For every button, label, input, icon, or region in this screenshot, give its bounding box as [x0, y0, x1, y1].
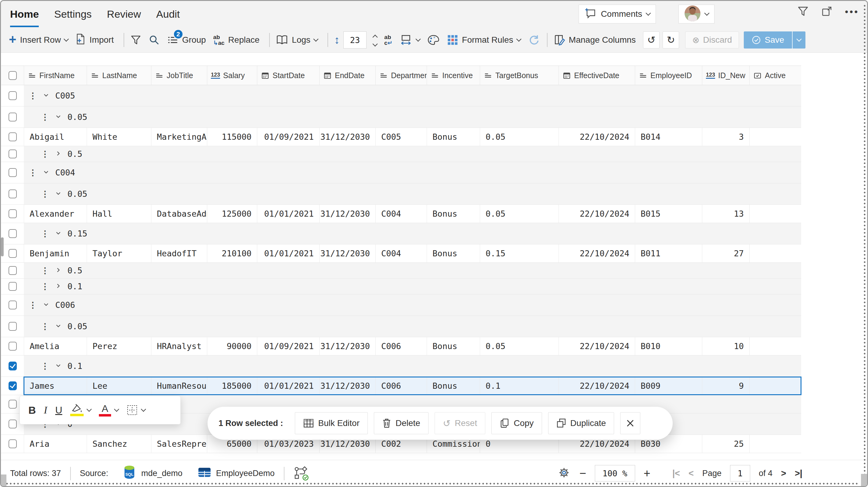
cell-DepartmentID[interactable]: C004 — [375, 205, 427, 223]
cell-LastName[interactable]: White — [87, 128, 151, 146]
insert-row-button[interactable]: + Insert Row — [9, 34, 68, 46]
cell-Salary[interactable]: 90000 — [207, 337, 257, 355]
user-menu[interactable] — [679, 5, 714, 24]
row-menu-icon[interactable]: ⋮ — [41, 189, 49, 199]
cell-StartDate[interactable]: 01/01/2021 — [257, 377, 319, 395]
vertical-scrollbar[interactable] — [863, 4, 866, 476]
group-button[interactable]: 2 Group — [167, 34, 206, 45]
row-checkbox[interactable] — [8, 91, 17, 100]
cell-JobTitle[interactable]: SalesReprese — [151, 435, 207, 453]
format-rules-button[interactable]: Format Rules — [447, 34, 521, 46]
cell-FirstName[interactable]: Aria — [24, 435, 87, 453]
row-checkbox[interactable] — [8, 322, 17, 331]
cell-TargetBonus[interactable]: 0.05 — [480, 337, 559, 355]
cell-FirstName[interactable]: Amelia — [24, 337, 87, 355]
row-menu-icon[interactable]: ⋮ — [29, 91, 37, 101]
cell-FirstName[interactable]: Abigail — [24, 128, 87, 146]
row-checkbox[interactable] — [8, 190, 17, 198]
group-row[interactable]: ⋮0.5 — [1, 263, 801, 279]
group-row[interactable]: ⋮0.05 — [1, 106, 801, 128]
cell-Salary[interactable]: 210100 — [207, 245, 257, 262]
cell-FirstName[interactable]: James — [24, 377, 87, 395]
row-menu-icon[interactable]: ⋮ — [41, 322, 49, 331]
discard-button[interactable]: ⊗ Discard — [685, 31, 739, 48]
last-page-button[interactable]: >| — [795, 468, 802, 479]
manage-columns-button[interactable]: Manage Columns — [554, 34, 636, 46]
cell-EmployeeID[interactable]: B015 — [635, 205, 702, 223]
cell-Incentive[interactable]: Bonus — [427, 128, 480, 146]
row-checkbox[interactable] — [8, 300, 17, 310]
cell-EndDate[interactable]: 31/12/2030 — [319, 337, 375, 355]
row-checkbox[interactable] — [8, 382, 17, 390]
expand-group-icon[interactable] — [55, 150, 62, 158]
replace-button[interactable]: ab↳ac Replace — [213, 34, 260, 46]
row-checkbox[interactable] — [8, 229, 17, 238]
previous-page-button[interactable]: < — [688, 468, 694, 479]
table-row[interactable]: JamesLeeHumanResou18500001/01/202131/12/… — [1, 377, 801, 395]
row-height-input[interactable]: 23 — [343, 31, 367, 48]
comments-button[interactable]: Comments — [579, 5, 656, 24]
source-database-name[interactable]: mde_demo — [141, 469, 183, 478]
column-header-DepartmentID[interactable]: DepartmentID — [375, 66, 427, 85]
cell-ID_New[interactable]: 13 — [702, 205, 749, 223]
close-selection-button[interactable] — [620, 412, 640, 434]
group-row[interactable]: ⋮0.05 — [1, 316, 801, 337]
logs-button[interactable]: Logs — [276, 35, 318, 45]
column-header-FirstName[interactable]: FirstName — [24, 66, 87, 85]
column-header-EndDate[interactable]: EndDate — [319, 66, 375, 85]
tab-settings[interactable]: Settings — [54, 1, 92, 27]
cell-Salary[interactable]: 125000 — [207, 205, 257, 223]
collapse-group-icon[interactable] — [55, 322, 62, 331]
table-row[interactable]: AmeliaPerezHRAnalyst9000001/09/202131/12… — [1, 337, 801, 356]
cell-EffectiveDate[interactable]: 22/10/2024 — [559, 337, 635, 355]
borders-button[interactable] — [126, 404, 145, 416]
tab-home[interactable]: Home — [10, 1, 39, 27]
zoom-level-input[interactable]: 100 % — [595, 465, 635, 482]
cell-JobTitle[interactable]: HeadofIT — [151, 245, 207, 262]
cell-EndDate[interactable]: 31/12/2030 — [319, 245, 375, 262]
cell-Active[interactable] — [749, 128, 801, 146]
cell-DepartmentID[interactable]: C005 — [375, 128, 427, 146]
column-header-StartDate[interactable]: StartDate — [257, 66, 319, 85]
cell-Incentive[interactable]: Bonus — [427, 205, 480, 223]
cell-EndDate[interactable]: 31/12/2030 — [319, 205, 375, 223]
group-row[interactable]: ⋮C004 — [1, 162, 801, 184]
underline-button[interactable]: U — [55, 404, 62, 416]
reset-button[interactable]: ↺ Reset — [435, 412, 485, 434]
column-header-JobTitle[interactable]: JobTitle — [151, 66, 207, 85]
column-header-ID_New[interactable]: 123ID_New — [702, 66, 749, 85]
group-row[interactable]: ⋮0.15 — [1, 223, 801, 245]
italic-button[interactable]: I — [44, 404, 47, 416]
row-checkbox[interactable] — [8, 150, 17, 158]
copy-button[interactable]: Copy — [491, 412, 542, 434]
cell-LastName[interactable]: Hall — [87, 205, 151, 223]
duplicate-button[interactable]: Duplicate — [548, 412, 614, 434]
collapse-group-icon[interactable] — [42, 301, 50, 310]
row-menu-icon[interactable]: ⋮ — [41, 282, 49, 291]
bold-button[interactable]: B — [28, 404, 36, 416]
column-width-button[interactable] — [400, 34, 420, 46]
cell-Active[interactable] — [749, 205, 801, 223]
first-page-button[interactable]: |< — [672, 468, 680, 479]
cell-ID_New[interactable]: 3 — [702, 128, 749, 146]
settings-gear-icon[interactable] — [557, 466, 571, 481]
cell-EndDate[interactable]: 31/12/2030 — [319, 128, 375, 146]
cell-EndDate[interactable]: 31/12/2030 — [319, 377, 375, 395]
table-row[interactable]: AlexanderHallDatabaseAdm12500001/01/2021… — [1, 205, 801, 223]
cell-Salary[interactable]: 185000 — [207, 377, 257, 395]
cell-TargetBonus[interactable]: 0.15 — [480, 245, 559, 262]
row-checkbox[interactable] — [8, 132, 17, 141]
cell-Salary[interactable]: 115000 — [207, 128, 257, 146]
collapse-group-icon[interactable] — [55, 190, 62, 198]
group-row[interactable]: ⋮0.05 — [1, 184, 801, 205]
collapse-group-icon[interactable] — [55, 113, 62, 122]
table-row[interactable]: AbigailWhiteMarketingAna11500001/09/2021… — [1, 128, 801, 146]
expand-icon[interactable] — [821, 5, 833, 18]
cell-EmployeeID[interactable]: B009 — [635, 377, 702, 395]
select-all-cell[interactable] — [1, 66, 24, 85]
cell-Active[interactable] — [749, 245, 801, 262]
column-header-Active[interactable]: Active — [749, 66, 801, 85]
cell-TargetBonus[interactable]: 0.05 — [480, 128, 559, 146]
color-palette-button[interactable] — [427, 34, 439, 45]
refresh-button[interactable] — [528, 34, 539, 46]
